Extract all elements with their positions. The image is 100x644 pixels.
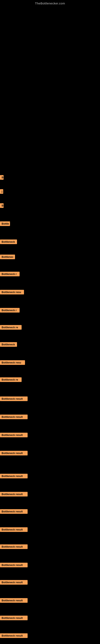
bottleneck-bar-21: Bottleneck result [0, 527, 28, 532]
bottleneck-bar-13: Bottleneck re [0, 377, 22, 382]
bottleneck-bar-6: Bottlenec [0, 254, 15, 259]
bottleneck-bar-26: Bottleneck result [0, 616, 28, 620]
bottleneck-bar-27: Bottleneck result [0, 633, 28, 638]
bottleneck-bar-14: Bottleneck result [0, 396, 28, 401]
bottleneck-bar-9: Bottleneck r [0, 308, 20, 312]
bottleneck-bar-25: Bottleneck result [0, 598, 28, 603]
bottleneck-bar-4: Bottle [0, 222, 10, 226]
bottleneck-bar-17: Bottleneck result [0, 451, 28, 456]
bottleneck-bar-10: Bottleneck re [0, 325, 22, 330]
bottleneck-bar-23: Bottleneck result [0, 563, 28, 567]
bottleneck-bar-16: Bottleneck result [0, 433, 28, 437]
bottleneck-bar-7: Bottleneck r [0, 272, 20, 276]
site-title: TheBottlenecker.com [0, 0, 100, 5]
bottleneck-bar-3: B [0, 203, 3, 208]
bottleneck-bar-24: Bottleneck result [0, 580, 28, 585]
bottleneck-bar-19: Bottleneck result [0, 492, 28, 496]
bottleneck-bar-5: Bottleneck [0, 240, 17, 244]
bottleneck-bar-1: B [0, 175, 3, 180]
bottleneck-bar-20: Bottleneck result [0, 509, 28, 514]
bottleneck-bar-18: Bottleneck result [0, 474, 28, 478]
bottleneck-bar-2: | [0, 189, 3, 194]
bottleneck-bar-8: Bottleneck resu [0, 290, 24, 294]
bottleneck-bar-22: Bottleneck result [0, 544, 28, 549]
bottleneck-bar-12: Bottleneck resu [0, 360, 25, 365]
bottleneck-bar-11: Bottleneck [0, 342, 17, 347]
bottleneck-bar-15: Bottleneck result [0, 414, 28, 419]
